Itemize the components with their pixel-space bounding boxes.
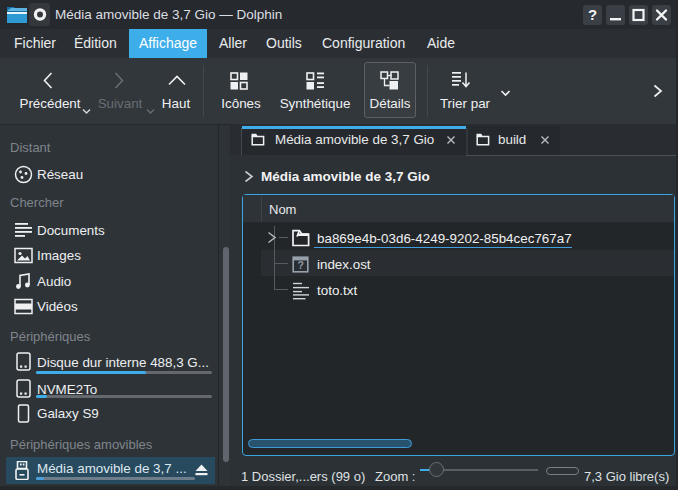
svg-text:?: ? [297,259,303,271]
